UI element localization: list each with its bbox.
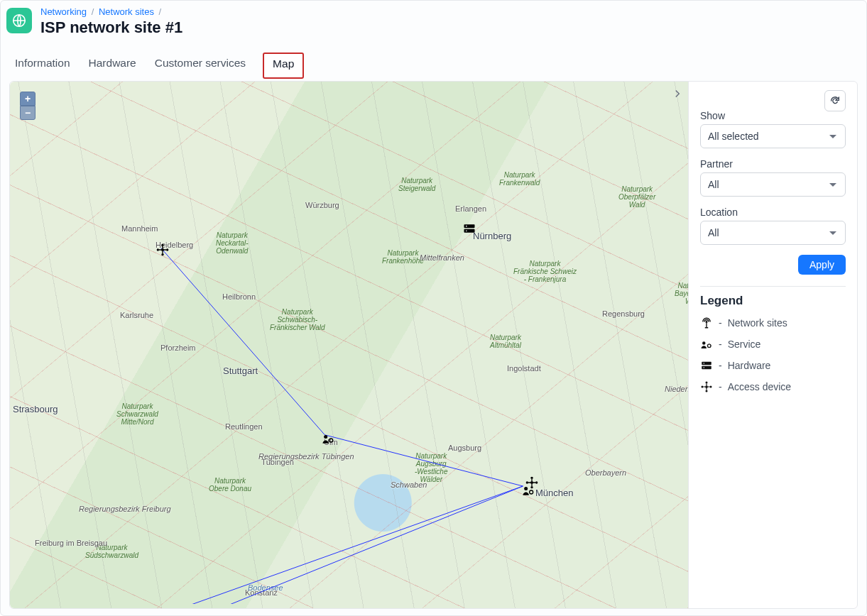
globe-icon <box>11 13 27 28</box>
page-container: Networking / Network sites / ISP network… <box>0 0 867 616</box>
hardware-icon <box>700 359 713 372</box>
filter-show-label: Show <box>700 110 846 121</box>
map-node-service[interactable] <box>321 431 335 446</box>
filter-location-label: Location <box>700 207 846 218</box>
legend-title: Legend <box>700 294 846 308</box>
legend-dash: - <box>719 317 722 329</box>
legend-dash: - <box>719 360 722 371</box>
module-icon <box>6 8 32 33</box>
svg-point-4 <box>157 248 159 251</box>
legend-label: Service <box>728 339 761 350</box>
filter-show: Show All selected <box>700 110 846 148</box>
chevron-right-icon <box>671 87 684 100</box>
tab-hardware[interactable]: Hardware <box>87 53 138 78</box>
filter-partner-label: Partner <box>700 158 846 170</box>
zoom-in-button[interactable]: + <box>20 92 36 106</box>
refresh-button[interactable] <box>824 90 846 111</box>
svg-point-32 <box>704 363 705 364</box>
network-link <box>161 248 325 435</box>
breadcrumb-sep: / <box>89 6 97 17</box>
page-title: ISP network site #1 <box>40 18 182 37</box>
divider <box>700 286 846 287</box>
map-node-access[interactable] <box>156 243 170 257</box>
svg-point-11 <box>329 439 333 442</box>
legend-label: Network sites <box>728 317 787 329</box>
svg-point-15 <box>530 477 533 479</box>
svg-point-2 <box>161 244 163 246</box>
legend: Legend - Network sites - Service <box>700 294 846 393</box>
tabs: Information Hardware Customer services M… <box>1 37 866 78</box>
svg-point-18 <box>535 481 538 483</box>
svg-point-8 <box>466 226 467 227</box>
filter-location: Location All <box>700 207 846 245</box>
filter-sidebar: Show All selected Partner All Location A… <box>688 82 857 608</box>
filter-partner-select[interactable]: All <box>700 172 846 197</box>
content-panel: + − StuttgartNürnbergMünchenStrasbourgZü… <box>9 81 858 609</box>
svg-point-17 <box>526 481 528 483</box>
legend-item-hardware: - Hardware <box>700 359 846 372</box>
breadcrumb: Networking / Network sites / <box>40 6 182 17</box>
svg-rect-7 <box>464 229 475 233</box>
svg-point-16 <box>530 486 533 488</box>
tab-map[interactable]: Map <box>263 53 304 79</box>
legend-label: Hardware <box>728 360 771 371</box>
svg-point-34 <box>705 385 708 388</box>
breadcrumb-sep: / <box>157 6 164 17</box>
legend-item-network-sites: - Network sites <box>700 317 846 329</box>
network-link <box>325 435 523 486</box>
svg-point-33 <box>704 367 705 368</box>
map-node-hardware[interactable] <box>462 221 476 236</box>
svg-point-28 <box>702 341 706 345</box>
network-link <box>160 486 523 604</box>
legend-item-service: - Service <box>700 338 846 351</box>
apply-button[interactable]: Apply <box>798 255 846 275</box>
legend-label: Access device <box>728 381 791 392</box>
tab-customer-services[interactable]: Customer services <box>153 53 247 78</box>
svg-point-14 <box>530 481 533 484</box>
refresh-icon <box>829 95 841 106</box>
zoom-out-button[interactable]: − <box>20 106 36 120</box>
svg-rect-6 <box>464 224 475 228</box>
collapse-sidebar-button[interactable] <box>671 87 684 100</box>
svg-point-37 <box>702 386 704 388</box>
map-node-access[interactable] <box>525 475 539 490</box>
zoom-controls: + − <box>20 92 36 120</box>
filter-location-select[interactable]: All <box>700 221 846 245</box>
svg-point-10 <box>324 435 327 439</box>
map-canvas[interactable]: + − StuttgartNürnbergMünchenStrasbourgZü… <box>10 82 688 608</box>
network-links-layer <box>10 82 688 604</box>
svg-rect-30 <box>702 362 711 365</box>
legend-dash: - <box>719 381 722 392</box>
network-link <box>77 486 523 604</box>
legend-dash: - <box>719 339 722 350</box>
tab-information[interactable]: Information <box>13 53 72 78</box>
filter-show-select[interactable]: All selected <box>700 124 846 148</box>
svg-point-27 <box>706 321 707 323</box>
svg-point-13 <box>530 490 533 494</box>
svg-point-5 <box>166 248 168 251</box>
svg-point-1 <box>161 248 164 251</box>
svg-point-35 <box>706 382 708 384</box>
header: Networking / Network sites / ISP network… <box>1 1 866 37</box>
svg-rect-31 <box>702 366 711 370</box>
legend-item-access-device: - Access device <box>700 380 846 393</box>
breadcrumb-link-network-sites[interactable]: Network sites <box>99 6 154 17</box>
breadcrumb-link-networking[interactable]: Networking <box>40 6 87 17</box>
service-icon <box>700 338 713 351</box>
antenna-icon <box>700 317 713 329</box>
svg-point-3 <box>161 253 163 255</box>
filter-partner: Partner All <box>700 158 846 197</box>
svg-point-9 <box>466 231 467 232</box>
svg-point-36 <box>706 390 708 392</box>
svg-point-38 <box>710 386 712 388</box>
access-device-icon <box>700 380 713 393</box>
